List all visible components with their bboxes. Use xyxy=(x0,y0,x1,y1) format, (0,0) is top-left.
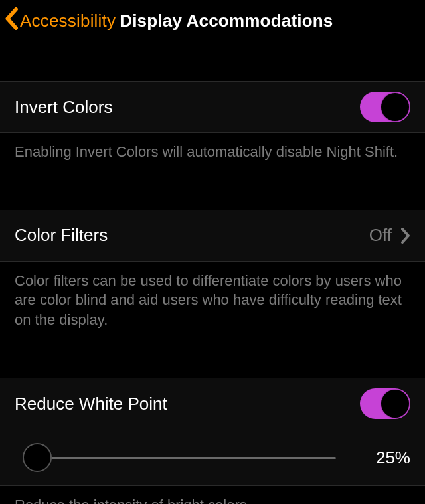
color-filters-value: Off xyxy=(369,225,392,246)
color-filters-footer: Color filters can be used to differentia… xyxy=(0,262,425,349)
back-button[interactable]: Accessibility xyxy=(4,7,116,35)
white-point-slider-row: 25% xyxy=(0,430,425,486)
white-point-slider[interactable] xyxy=(15,443,349,472)
invert-colors-label: Invert Colors xyxy=(15,97,112,118)
chevron-left-icon xyxy=(4,7,19,35)
color-filters-label: Color Filters xyxy=(15,225,108,246)
color-filters-row[interactable]: Color Filters Off xyxy=(0,210,425,262)
reduce-white-point-toggle[interactable] xyxy=(360,388,410,419)
reduce-white-point-footer: Reduce the intensity of bright colors. xyxy=(0,486,425,504)
group-spacer xyxy=(0,349,425,378)
settings-screen: Accessibility Display Accommodations Inv… xyxy=(0,0,425,504)
slider-track xyxy=(28,457,336,459)
white-point-slider-value: 25% xyxy=(363,448,410,468)
navbar: Accessibility Display Accommodations xyxy=(0,0,425,42)
toggle-knob xyxy=(381,93,409,121)
toggle-knob xyxy=(381,390,409,418)
slider-thumb[interactable] xyxy=(23,443,52,472)
invert-colors-footer: Enabling Invert Colors will automaticall… xyxy=(0,133,425,181)
group-spacer xyxy=(0,42,425,81)
color-filters-right: Off xyxy=(369,225,410,246)
chevron-right-icon xyxy=(401,228,410,244)
invert-colors-row[interactable]: Invert Colors xyxy=(0,81,425,133)
reduce-white-point-row[interactable]: Reduce White Point xyxy=(0,378,425,430)
page-title: Display Accommodations xyxy=(120,11,333,31)
reduce-white-point-label: Reduce White Point xyxy=(15,394,167,414)
group-spacer xyxy=(0,181,425,210)
invert-colors-toggle[interactable] xyxy=(360,92,410,122)
back-label: Accessibility xyxy=(20,11,116,31)
